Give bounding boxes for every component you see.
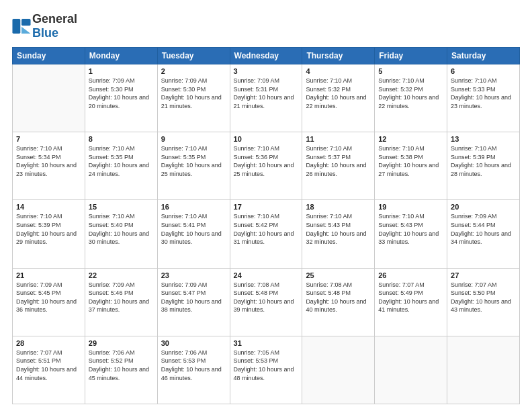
day-info: Sunrise: 7:05 AMSunset: 5:53 PMDaylight:… — [234, 349, 299, 382]
logo: General Blue — [12, 12, 77, 40]
calendar-cell: 22Sunrise: 7:09 AMSunset: 5:46 PMDayligh… — [85, 268, 157, 336]
day-number: 26 — [378, 271, 443, 279]
calendar-cell: 8Sunrise: 7:10 AMSunset: 5:35 PMDaylight… — [85, 132, 157, 200]
day-info: Sunrise: 7:09 AMSunset: 5:30 PMDaylight:… — [89, 77, 154, 110]
calendar-week-row: 21Sunrise: 7:09 AMSunset: 5:45 PMDayligh… — [13, 268, 520, 336]
calendar-cell: 29Sunrise: 7:06 AMSunset: 5:52 PMDayligh… — [85, 336, 157, 404]
day-number: 2 — [161, 67, 226, 75]
day-number: 15 — [89, 203, 154, 211]
day-number: 21 — [16, 271, 81, 279]
weekday-header-monday: Monday — [85, 48, 157, 64]
calendar-cell: 4Sunrise: 7:10 AMSunset: 5:32 PMDaylight… — [302, 64, 375, 132]
calendar-cell: 3Sunrise: 7:09 AMSunset: 5:31 PMDaylight… — [230, 64, 302, 132]
calendar-cell: 18Sunrise: 7:10 AMSunset: 5:43 PMDayligh… — [302, 200, 375, 268]
day-number: 11 — [306, 135, 371, 143]
day-info: Sunrise: 7:09 AMSunset: 5:31 PMDaylight:… — [234, 77, 299, 110]
day-number: 20 — [451, 203, 516, 211]
day-info: Sunrise: 7:07 AMSunset: 5:50 PMDaylight:… — [451, 281, 516, 314]
day-number: 18 — [306, 203, 371, 211]
logo-text: General Blue — [32, 12, 77, 40]
svg-rect-1 — [21, 19, 31, 26]
day-info: Sunrise: 7:07 AMSunset: 5:49 PMDaylight:… — [378, 281, 443, 314]
day-info: Sunrise: 7:09 AMSunset: 5:46 PMDaylight:… — [89, 281, 154, 314]
calendar-cell: 30Sunrise: 7:06 AMSunset: 5:53 PMDayligh… — [157, 336, 230, 404]
logo-icon — [12, 19, 31, 34]
weekday-header-row: SundayMondayTuesdayWednesdayThursdayFrid… — [13, 48, 520, 64]
day-number: 27 — [451, 271, 516, 279]
calendar-cell: 24Sunrise: 7:08 AMSunset: 5:48 PMDayligh… — [230, 268, 302, 336]
calendar-cell: 20Sunrise: 7:09 AMSunset: 5:44 PMDayligh… — [447, 200, 520, 268]
calendar-cell: 28Sunrise: 7:07 AMSunset: 5:51 PMDayligh… — [13, 336, 85, 404]
day-number: 23 — [161, 271, 226, 279]
calendar-cell: 11Sunrise: 7:10 AMSunset: 5:37 PMDayligh… — [302, 132, 375, 200]
calendar-week-row: 7Sunrise: 7:10 AMSunset: 5:34 PMDaylight… — [13, 132, 520, 200]
day-number: 19 — [378, 203, 443, 211]
calendar-cell: 13Sunrise: 7:10 AMSunset: 5:39 PMDayligh… — [447, 132, 520, 200]
day-number: 14 — [16, 203, 81, 211]
day-number: 28 — [16, 339, 81, 347]
calendar-cell: 17Sunrise: 7:10 AMSunset: 5:42 PMDayligh… — [230, 200, 302, 268]
day-number: 1 — [89, 67, 154, 75]
day-info: Sunrise: 7:06 AMSunset: 5:52 PMDaylight:… — [89, 349, 154, 382]
day-info: Sunrise: 7:09 AMSunset: 5:45 PMDaylight:… — [16, 281, 81, 314]
day-number: 22 — [89, 271, 154, 279]
weekday-header-friday: Friday — [375, 48, 447, 64]
calendar-cell: 27Sunrise: 7:07 AMSunset: 5:50 PMDayligh… — [447, 268, 520, 336]
calendar-table: SundayMondayTuesdayWednesdayThursdayFrid… — [12, 47, 520, 404]
day-info: Sunrise: 7:10 AMSunset: 5:35 PMDaylight:… — [161, 144, 226, 178]
weekday-header-sunday: Sunday — [13, 48, 85, 64]
day-number: 13 — [451, 135, 516, 143]
day-info: Sunrise: 7:09 AMSunset: 5:30 PMDaylight:… — [161, 77, 226, 110]
day-info: Sunrise: 7:09 AMSunset: 5:47 PMDaylight:… — [161, 281, 226, 314]
day-info: Sunrise: 7:10 AMSunset: 5:43 PMDaylight:… — [378, 212, 443, 246]
weekday-header-thursday: Thursday — [302, 48, 375, 64]
day-info: Sunrise: 7:06 AMSunset: 5:53 PMDaylight:… — [161, 349, 226, 382]
day-number: 8 — [89, 135, 154, 143]
day-info: Sunrise: 7:10 AMSunset: 5:37 PMDaylight:… — [306, 144, 371, 178]
day-number: 4 — [306, 67, 371, 75]
calendar-cell: 5Sunrise: 7:10 AMSunset: 5:32 PMDaylight… — [375, 64, 447, 132]
day-info: Sunrise: 7:10 AMSunset: 5:33 PMDaylight:… — [451, 77, 516, 110]
calendar-cell: 14Sunrise: 7:10 AMSunset: 5:39 PMDayligh… — [13, 200, 85, 268]
calendar-cell: 19Sunrise: 7:10 AMSunset: 5:43 PMDayligh… — [375, 200, 447, 268]
calendar-cell: 26Sunrise: 7:07 AMSunset: 5:49 PMDayligh… — [375, 268, 447, 336]
day-number: 7 — [16, 135, 81, 143]
day-info: Sunrise: 7:07 AMSunset: 5:51 PMDaylight:… — [16, 349, 81, 382]
calendar-cell — [375, 336, 447, 404]
calendar-cell: 25Sunrise: 7:08 AMSunset: 5:48 PMDayligh… — [302, 268, 375, 336]
weekday-header-saturday: Saturday — [447, 48, 520, 64]
day-info: Sunrise: 7:10 AMSunset: 5:35 PMDaylight:… — [89, 144, 154, 178]
calendar-cell — [302, 336, 375, 404]
calendar-cell: 7Sunrise: 7:10 AMSunset: 5:34 PMDaylight… — [13, 132, 85, 200]
calendar-cell: 31Sunrise: 7:05 AMSunset: 5:53 PMDayligh… — [230, 336, 302, 404]
calendar-week-row: 28Sunrise: 7:07 AMSunset: 5:51 PMDayligh… — [13, 336, 520, 404]
day-info: Sunrise: 7:10 AMSunset: 5:36 PMDaylight:… — [234, 144, 299, 178]
calendar-week-row: 1Sunrise: 7:09 AMSunset: 5:30 PMDaylight… — [13, 64, 520, 132]
day-number: 31 — [234, 339, 299, 347]
day-info: Sunrise: 7:10 AMSunset: 5:32 PMDaylight:… — [306, 77, 371, 110]
weekday-header-wednesday: Wednesday — [230, 48, 302, 64]
day-info: Sunrise: 7:10 AMSunset: 5:38 PMDaylight:… — [378, 144, 443, 178]
day-number: 24 — [234, 271, 299, 279]
calendar-cell: 10Sunrise: 7:10 AMSunset: 5:36 PMDayligh… — [230, 132, 302, 200]
day-info: Sunrise: 7:08 AMSunset: 5:48 PMDaylight:… — [234, 281, 299, 314]
day-info: Sunrise: 7:10 AMSunset: 5:40 PMDaylight:… — [89, 212, 154, 246]
calendar-cell: 9Sunrise: 7:10 AMSunset: 5:35 PMDaylight… — [157, 132, 230, 200]
page: General Blue SundayMondayTuesdayWednesda… — [0, 0, 532, 411]
calendar-cell — [13, 64, 85, 132]
day-number: 16 — [161, 203, 226, 211]
day-number: 25 — [306, 271, 371, 279]
day-number: 3 — [234, 67, 299, 75]
day-number: 29 — [89, 339, 154, 347]
header: General Blue — [12, 12, 520, 40]
calendar-cell: 21Sunrise: 7:09 AMSunset: 5:45 PMDayligh… — [13, 268, 85, 336]
day-info: Sunrise: 7:08 AMSunset: 5:48 PMDaylight:… — [306, 281, 371, 314]
day-info: Sunrise: 7:10 AMSunset: 5:39 PMDaylight:… — [16, 212, 81, 246]
calendar-cell: 16Sunrise: 7:10 AMSunset: 5:41 PMDayligh… — [157, 200, 230, 268]
day-info: Sunrise: 7:10 AMSunset: 5:34 PMDaylight:… — [16, 144, 81, 178]
day-number: 17 — [234, 203, 299, 211]
day-number: 12 — [378, 135, 443, 143]
day-info: Sunrise: 7:10 AMSunset: 5:41 PMDaylight:… — [161, 212, 226, 246]
day-number: 6 — [451, 67, 516, 75]
calendar-week-row: 14Sunrise: 7:10 AMSunset: 5:39 PMDayligh… — [13, 200, 520, 268]
